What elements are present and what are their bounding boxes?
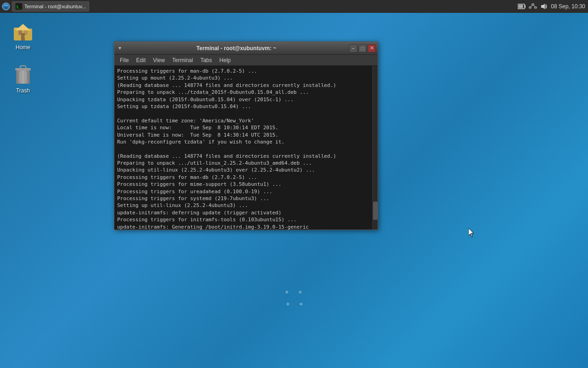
- scrollbar-thumb[interactable]: [373, 201, 378, 220]
- trash-bin-icon: [12, 63, 34, 86]
- mouse-cursor: [469, 228, 476, 237]
- xfce-menu-icon[interactable]: [1, 1, 11, 12]
- svg-text:$_: $_: [16, 5, 21, 9]
- svg-marker-19: [16, 24, 30, 30]
- home-folder-icon: [12, 20, 34, 42]
- desktop-icons: Home: [5, 18, 41, 96]
- svg-marker-31: [469, 228, 474, 237]
- svg-rect-13: [535, 7, 537, 8]
- svg-line-26: [20, 72, 20, 82]
- terminal-window: ▼ Terminal - root@xubuntuvm: ~ − □ ✕ Fil…: [114, 41, 378, 230]
- trash-icon-label: Trash: [16, 87, 30, 94]
- desktop: $_ Terminal - root@xubuntuv...: [0, 0, 588, 368]
- svg-rect-30: [20, 66, 26, 69]
- menu-terminal[interactable]: Terminal: [169, 56, 197, 64]
- taskbar-terminal-btn[interactable]: $_ Terminal - root@xubuntuv...: [12, 1, 89, 12]
- terminal-output-area[interactable]: Processing triggers for man-db (2.7.0.2-…: [114, 66, 378, 230]
- minimize-button[interactable]: −: [349, 44, 357, 52]
- svg-rect-9: [525, 5, 526, 8]
- network-icon: [529, 2, 537, 11]
- terminal-scrollbar[interactable]: [372, 66, 378, 230]
- terminal-text-content: Processing triggers for man-db (2.7.0.2-…: [117, 68, 375, 230]
- home-icon-label: Home: [16, 44, 30, 51]
- desktop-icon-trash[interactable]: Trash: [5, 62, 41, 96]
- terminal-menubar: File Edit View Terminal Tabs Help: [114, 55, 378, 66]
- svg-point-23: [24, 36, 25, 37]
- menu-edit[interactable]: Edit: [132, 56, 149, 64]
- close-button[interactable]: ✕: [368, 44, 376, 52]
- taskbar-left: $_ Terminal - root@xubuntuv...: [0, 1, 89, 12]
- svg-line-14: [530, 5, 533, 7]
- menu-view[interactable]: View: [149, 56, 169, 64]
- menu-tabs[interactable]: Tabs: [197, 56, 215, 64]
- taskbar-terminal-label: Terminal - root@xubuntuv...: [24, 4, 86, 9]
- svg-rect-12: [529, 7, 531, 8]
- window-controls: − □ ✕: [349, 44, 376, 52]
- svg-rect-11: [532, 4, 534, 5]
- taskbar-datetime: 08 Sep, 10:30: [551, 3, 585, 10]
- svg-line-15: [533, 5, 536, 7]
- maximize-button[interactable]: □: [358, 44, 367, 52]
- terminal-titlebar: ▼ Terminal - root@xubuntuvm: ~ − □ ✕: [114, 42, 378, 55]
- svg-point-4: [5, 5, 6, 6]
- taskbar-right: 08 Sep, 10:30: [518, 2, 588, 11]
- volume-icon: [540, 2, 548, 11]
- taskbar: $_ Terminal - root@xubuntuv...: [0, 0, 588, 13]
- desktop-decoration: [284, 289, 304, 308]
- terminal-title: Terminal - root@xubuntuvm: ~: [124, 45, 349, 52]
- svg-line-28: [26, 72, 26, 82]
- svg-marker-16: [541, 4, 545, 9]
- menu-file[interactable]: File: [116, 56, 132, 64]
- desktop-icon-home[interactable]: Home: [5, 18, 41, 52]
- svg-point-5: [6, 5, 7, 6]
- titlebar-menu-arrow[interactable]: ▼: [116, 45, 124, 52]
- svg-rect-10: [519, 5, 523, 8]
- menu-help[interactable]: Help: [216, 56, 235, 64]
- battery-icon: [518, 2, 526, 11]
